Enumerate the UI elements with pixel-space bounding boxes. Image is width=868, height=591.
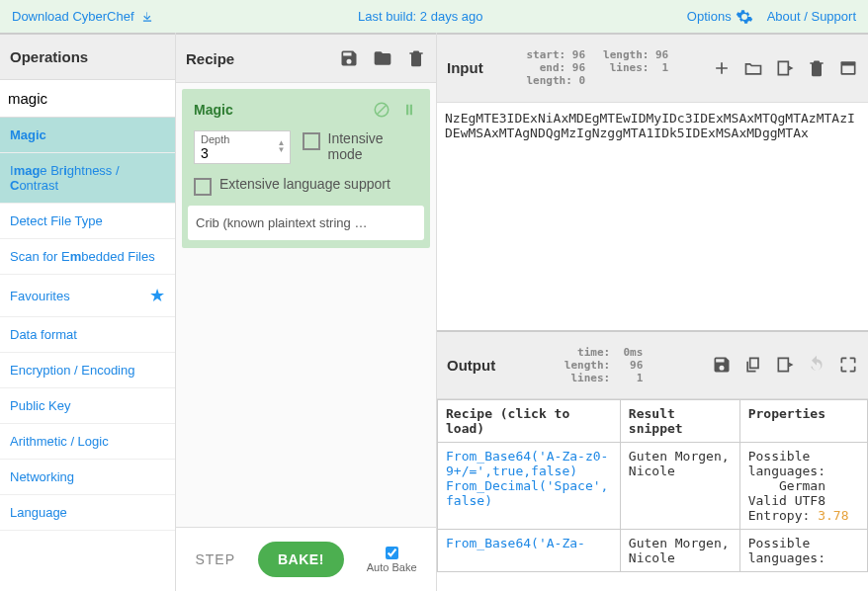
clear-input-icon[interactable] [807, 58, 826, 78]
table-header: Result snippet [620, 400, 739, 443]
disable-icon[interactable] [373, 101, 391, 119]
table-row: From_Base64('A-Za-z0-9+/=',true,false) F… [438, 443, 868, 530]
recipe-toolbar [339, 48, 426, 68]
input-title: Input [447, 59, 483, 76]
star-icon: ★ [149, 285, 165, 306]
crib-field[interactable]: Crib (known plaintext string … [188, 206, 424, 240]
folder-icon[interactable] [373, 48, 392, 68]
copy-output-icon[interactable] [743, 355, 763, 375]
table-header: Properties [739, 400, 867, 443]
undo-icon[interactable] [807, 355, 826, 375]
output-stats: time: 0ms length: 96 lines: 1 [564, 346, 643, 385]
recipe-body: Magic Depth ▲▼ Intensive mode [176, 83, 436, 527]
output-toolbar [712, 355, 858, 375]
operation-card-magic: Magic Depth ▲▼ Intensive mode [182, 89, 430, 248]
download-label: Download CyberChef [12, 9, 134, 24]
search-input[interactable] [0, 80, 175, 118]
gear-icon [736, 8, 753, 26]
last-build-link[interactable]: Last build: 2 days ago [358, 9, 482, 24]
depth-input[interactable] [201, 145, 260, 161]
operation-item[interactable]: Arithmetic / Logic [0, 424, 175, 460]
operation-item[interactable]: Data format [0, 317, 175, 353]
operations-title: Operations [0, 33, 175, 80]
operation-item[interactable]: Favourites★ [0, 275, 175, 317]
bake-button[interactable]: BAKE! [258, 542, 344, 577]
table-row: From_Base64('A-Za-Guten Morgen, NicolePo… [438, 530, 868, 572]
recipe-link-cell[interactable]: From_Base64('A-Za-z0-9+/=',true,false) F… [438, 443, 621, 530]
magic-table: Recipe (click to load)Result snippetProp… [437, 399, 868, 572]
options-link[interactable]: Options [687, 8, 753, 26]
save-output-icon[interactable] [712, 355, 732, 375]
autobake-label: Auto Bake [367, 561, 417, 573]
properties-cell: Possible languages: German Valid UTF8 En… [739, 443, 867, 530]
checkbox-icon [303, 132, 320, 150]
svg-line-1 [378, 106, 387, 115]
download-link[interactable]: Download CyberChef [12, 9, 154, 24]
result-cell: Guten Morgen, Nicole [620, 443, 739, 530]
open-file-icon[interactable] [775, 58, 795, 78]
io-panel: Input start: 96 end: 96 length: 0 length… [437, 33, 868, 591]
top-right: Options About / Support [687, 8, 856, 26]
add-tab-icon[interactable] [712, 58, 732, 78]
recipe-footer: STEP BAKE! Auto Bake [176, 527, 436, 591]
output-body: Recipe (click to load)Result snippetProp… [437, 399, 868, 591]
operation-item[interactable]: Magic [0, 118, 175, 153]
recipe-title: Recipe [186, 50, 234, 67]
operation-item[interactable]: Public Key [0, 388, 175, 424]
pause-icon[interactable] [400, 101, 418, 119]
extensive-label: Extensive language support [219, 176, 391, 192]
operation-item[interactable]: Language [0, 495, 175, 531]
operation-item[interactable]: Networking [0, 460, 175, 495]
output-header: Output time: 0ms length: 96 lines: 1 [437, 330, 868, 400]
output-title: Output [447, 357, 495, 374]
input-stats-selection: start: 96 end: 96 length: 0 [526, 48, 585, 88]
trash-icon[interactable] [406, 48, 426, 68]
checkbox-icon [194, 178, 212, 196]
depth-field[interactable]: Depth ▲▼ [194, 130, 291, 164]
operation-item[interactable]: Scan for Embedded Files [0, 239, 175, 275]
replace-input-icon[interactable] [775, 355, 795, 375]
input-textarea[interactable]: NzEgMTE3IDExNiAxMDEgMTEwIDMyIDc3IDExMSAx… [437, 103, 868, 330]
extensive-checkbox[interactable]: Extensive language support [194, 176, 391, 196]
autobake-checkbox[interactable] [386, 547, 398, 559]
recipe-panel: Recipe Magic Depth [176, 33, 437, 591]
input-toolbar [712, 58, 858, 78]
recipe-link-cell[interactable]: From_Base64('A-Za- [438, 530, 621, 572]
about-link[interactable]: About / Support [767, 9, 856, 24]
download-icon [140, 10, 154, 24]
options-label: Options [687, 9, 732, 24]
intensive-checkbox[interactable]: Intensive mode [303, 130, 418, 162]
result-cell: Guten Morgen, Nicole [620, 530, 739, 572]
autobake-toggle[interactable]: Auto Bake [367, 547, 417, 573]
operation-item[interactable]: Encryption / Encoding [0, 353, 175, 388]
maximize-icon[interactable] [838, 355, 858, 375]
input-header: Input start: 96 end: 96 length: 0 length… [437, 33, 868, 103]
depth-label: Depth [201, 133, 284, 145]
table-header: Recipe (click to load) [438, 400, 621, 443]
svg-rect-3 [842, 65, 854, 73]
stepper-icon[interactable]: ▲▼ [278, 139, 286, 153]
reset-layout-icon[interactable] [838, 58, 858, 78]
input-stats-length: length: 96 lines: 1 [603, 48, 668, 88]
recipe-header: Recipe [176, 33, 436, 83]
operations-panel: Operations MagicImage Brightness / Contr… [0, 33, 176, 591]
op-card-title: Magic [194, 102, 233, 118]
save-icon[interactable] [339, 48, 359, 68]
properties-cell: Possible languages: [739, 530, 867, 572]
open-folder-icon[interactable] [743, 58, 763, 78]
step-button[interactable]: STEP [195, 551, 235, 567]
intensive-label: Intensive mode [328, 130, 418, 162]
operation-item[interactable]: Detect File Type [0, 204, 175, 239]
top-bar: Download CyberChef Last build: 2 days ag… [0, 0, 868, 33]
operations-list: MagicImage Brightness / ContrastDetect F… [0, 118, 175, 591]
operation-item[interactable]: Image Brightness / Contrast [0, 153, 175, 204]
